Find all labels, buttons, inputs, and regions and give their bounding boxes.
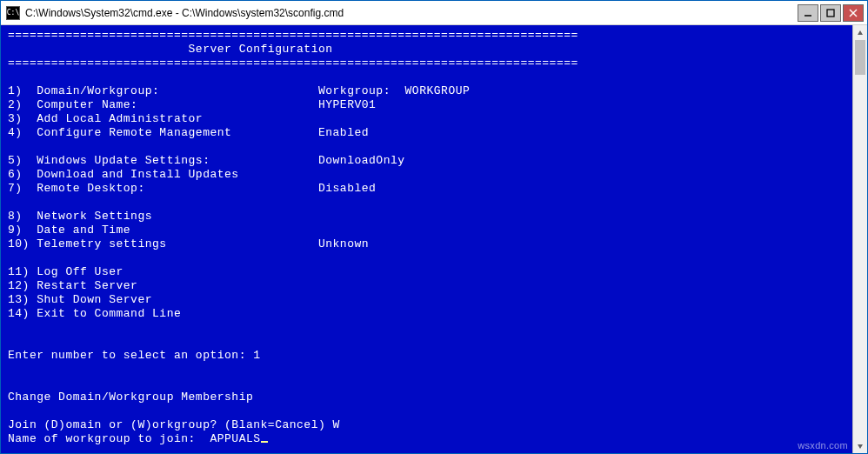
svg-marker-5	[858, 444, 863, 449]
prompt-join: Join (D)omain or (W)orkgroup? (Blank=Can…	[8, 418, 340, 431]
titlebar[interactable]: C:\ C:\Windows\System32\cmd.exe - C:\Win…	[1, 1, 867, 25]
close-button[interactable]	[843, 4, 864, 22]
client-area: ========================================…	[1, 25, 867, 453]
minimize-icon	[804, 9, 812, 17]
prompt-workgroup-value[interactable]: APPUALS	[210, 432, 260, 445]
watermark: wsxdn.com	[798, 440, 848, 451]
close-icon	[849, 9, 858, 17]
chevron-up-icon	[857, 30, 864, 37]
app-icon-glyph: C:\	[7, 9, 19, 17]
scroll-up-button[interactable]	[853, 25, 867, 40]
prompt-workgroup-label: Name of workgroup to join:	[8, 432, 210, 445]
maximize-button[interactable]	[820, 4, 841, 22]
section-change: Change Domain/Workgroup Membership	[8, 391, 253, 404]
maximize-icon	[826, 9, 835, 17]
chevron-down-icon	[857, 443, 864, 450]
cmd-window: C:\ C:\Windows\System32\cmd.exe - C:\Win…	[0, 0, 868, 454]
vertical-scrollbar[interactable]	[852, 25, 867, 453]
app-icon: C:\	[6, 6, 20, 20]
scroll-thumb[interactable]	[855, 40, 865, 75]
prompt-select: Enter number to select an option: 1	[8, 349, 261, 362]
title-text: C:\Windows\System32\cmd.exe - C:\Windows…	[25, 7, 798, 19]
option-list: 1) Domain/Workgroup: Workgroup: WORKGROU…	[8, 84, 470, 320]
text-cursor	[261, 441, 268, 443]
window-controls	[798, 4, 864, 22]
rule-bottom: ========================================…	[8, 57, 578, 70]
svg-rect-1	[827, 10, 834, 17]
scroll-track[interactable]	[853, 40, 867, 438]
rule-top: ========================================…	[8, 29, 578, 42]
terminal[interactable]: ========================================…	[1, 25, 852, 453]
minimize-button[interactable]	[798, 4, 818, 22]
scroll-down-button[interactable]	[853, 438, 867, 453]
svg-marker-4	[858, 30, 863, 35]
header: Server Configuration	[8, 43, 333, 56]
